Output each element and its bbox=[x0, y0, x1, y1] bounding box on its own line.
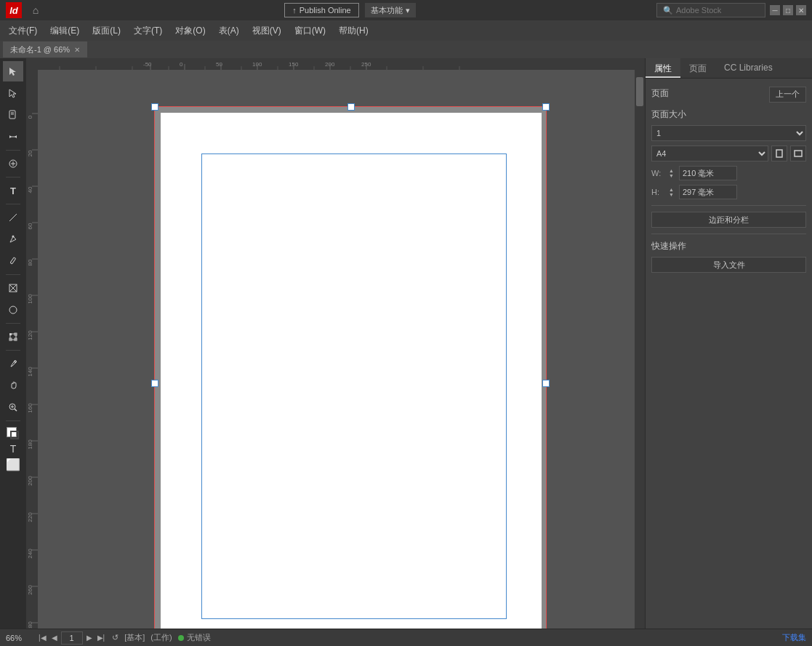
left-toolbar: T bbox=[0, 58, 26, 629]
paper-size-row: A4 bbox=[651, 145, 806, 162]
title-bar-left: Id ⌂ bbox=[6, 2, 44, 18]
height-stepper[interactable]: ▲ ▼ bbox=[669, 187, 678, 197]
tool-separator-5 bbox=[6, 323, 20, 324]
page-handle-top-center[interactable] bbox=[347, 103, 355, 111]
landscape-button[interactable] bbox=[790, 145, 806, 162]
svg-marker-1 bbox=[9, 89, 16, 97]
tab-pages-label: 页面 bbox=[689, 63, 707, 73]
type-tool[interactable]: T bbox=[3, 180, 23, 201]
window-controls: ─ □ ✕ bbox=[770, 5, 806, 15]
tab-cc-libraries[interactable]: CC Libraries bbox=[715, 58, 781, 78]
title-bar-right: 🔍 Adobe Stock ─ □ ✕ bbox=[656, 3, 806, 17]
tool-separator-7 bbox=[6, 420, 20, 421]
prev-page-button[interactable]: ◀ bbox=[50, 634, 59, 642]
hand-tool[interactable] bbox=[3, 375, 23, 396]
menu-table[interactable]: 表(A) bbox=[213, 22, 245, 40]
canvas-scroll[interactable] bbox=[38, 70, 635, 629]
tab-properties[interactable]: 属性 bbox=[646, 58, 680, 78]
page-size-title: 页面大小 bbox=[651, 108, 806, 121]
transform-tool[interactable] bbox=[3, 327, 23, 347]
status-text: 无错误 bbox=[187, 632, 211, 643]
app-logo: Id bbox=[6, 2, 22, 18]
pen-tool[interactable] bbox=[3, 229, 23, 250]
last-page-button[interactable]: ▶| bbox=[96, 634, 107, 642]
page-handle-top-right[interactable] bbox=[542, 103, 550, 111]
page-handle-mid-left[interactable] bbox=[151, 380, 158, 387]
height-input[interactable] bbox=[679, 185, 737, 199]
fill-stroke-control[interactable] bbox=[5, 426, 21, 442]
menu-object[interactable]: 对象(O) bbox=[169, 22, 211, 40]
title-bar-center: ↑ Publish Online 基本功能 ▾ bbox=[284, 3, 415, 17]
search-box[interactable]: 🔍 Adobe Stock bbox=[656, 3, 765, 17]
home-icon[interactable]: ⌂ bbox=[28, 2, 44, 18]
quick-actions-title: 快速操作 bbox=[651, 240, 806, 252]
svg-marker-6 bbox=[9, 135, 12, 138]
menu-view[interactable]: 视图(V) bbox=[246, 22, 287, 40]
width-stepper[interactable]: ▲ ▼ bbox=[669, 168, 678, 178]
height-up-arrow[interactable]: ▲ bbox=[669, 187, 678, 192]
line-tool[interactable] bbox=[3, 207, 23, 228]
page-up-button[interactable]: 上一个 bbox=[769, 87, 806, 103]
panel-divider-1 bbox=[651, 205, 806, 206]
menu-help[interactable]: 帮助(H) bbox=[333, 22, 374, 40]
eyedropper-tool[interactable] bbox=[3, 354, 23, 374]
width-row: W: ▲ ▼ bbox=[651, 166, 806, 180]
page-handle-top-left[interactable] bbox=[151, 103, 158, 111]
select-tool[interactable] bbox=[3, 61, 23, 81]
top-ruler-svg: -50 0 50 100 150 200 250 bbox=[38, 58, 619, 70]
watermark: 下载集 bbox=[782, 632, 806, 643]
main-layout: T bbox=[0, 58, 812, 629]
tab-close-button[interactable]: ✕ bbox=[74, 46, 80, 54]
canvas-area: -50 0 50 100 150 200 250 bbox=[26, 58, 645, 629]
margins-columns-button[interactable]: 边距和分栏 bbox=[651, 212, 806, 228]
close-button[interactable]: ✕ bbox=[796, 5, 806, 15]
status-indicator: 无错误 bbox=[178, 632, 211, 643]
width-down-arrow[interactable]: ▼ bbox=[669, 173, 678, 178]
tool-separator-1 bbox=[6, 150, 20, 151]
gap-tool[interactable] bbox=[3, 127, 23, 147]
publish-online-button[interactable]: ↑ Publish Online bbox=[284, 3, 358, 17]
tab-properties-label: 属性 bbox=[654, 63, 672, 73]
menu-layout[interactable]: 版面(L) bbox=[87, 22, 126, 40]
width-input[interactable] bbox=[679, 166, 737, 180]
scrollbar-thumb[interactable] bbox=[636, 77, 643, 106]
first-page-button[interactable]: |◀ bbox=[37, 634, 48, 642]
pencil-tool[interactable] bbox=[3, 251, 23, 271]
apply-color[interactable]: ⬜ bbox=[6, 458, 20, 471]
maximize-button[interactable]: □ bbox=[783, 5, 793, 15]
panel-tabs: 属性 页面 CC Libraries bbox=[646, 58, 812, 79]
page-handle-mid-right[interactable] bbox=[542, 380, 550, 387]
menu-edit[interactable]: 编辑(E) bbox=[44, 22, 85, 40]
menu-window[interactable]: 窗口(W) bbox=[289, 22, 331, 40]
rect-frame-tool[interactable] bbox=[3, 278, 23, 298]
page-number-input[interactable] bbox=[61, 631, 83, 645]
ellipse-tool[interactable] bbox=[3, 300, 23, 320]
chevron-down-icon: ▾ bbox=[406, 6, 410, 15]
format-icon[interactable]: T bbox=[10, 443, 17, 455]
height-row: H: ▲ ▼ bbox=[651, 185, 806, 199]
tab-pages[interactable]: 页面 bbox=[680, 58, 715, 78]
workspace-selector[interactable]: 基本功能 ▾ bbox=[365, 3, 416, 17]
content-tool[interactable] bbox=[3, 153, 23, 174]
publish-online-label: Publish Online bbox=[300, 6, 351, 15]
width-up-arrow[interactable]: ▲ bbox=[669, 168, 678, 173]
portrait-button[interactable] bbox=[771, 145, 787, 162]
zoom-tool[interactable] bbox=[3, 397, 23, 418]
minimize-button[interactable]: ─ bbox=[770, 5, 780, 15]
next-page-button[interactable]: ▶ bbox=[85, 634, 94, 642]
page-number-row: 1 bbox=[651, 125, 806, 141]
paper-size-select[interactable]: A4 bbox=[651, 145, 768, 162]
page-tool[interactable] bbox=[3, 105, 23, 125]
page-number-select[interactable]: 1 bbox=[651, 125, 806, 141]
menu-type[interactable]: 文字(T) bbox=[128, 22, 168, 40]
tool-separator-3 bbox=[6, 204, 20, 204]
height-down-arrow[interactable]: ▼ bbox=[669, 192, 678, 197]
active-tab[interactable]: 未命名-1 @ 66% ✕ bbox=[3, 41, 87, 57]
menu-file[interactable]: 文件(F) bbox=[3, 22, 43, 40]
svg-point-17 bbox=[9, 306, 17, 314]
page-white[interactable] bbox=[161, 113, 542, 629]
right-scrollbar[interactable] bbox=[635, 70, 645, 629]
direct-select-tool[interactable] bbox=[3, 83, 23, 103]
refresh-button[interactable]: ↺ bbox=[112, 633, 118, 642]
import-file-button[interactable]: 导入文件 bbox=[651, 257, 806, 273]
